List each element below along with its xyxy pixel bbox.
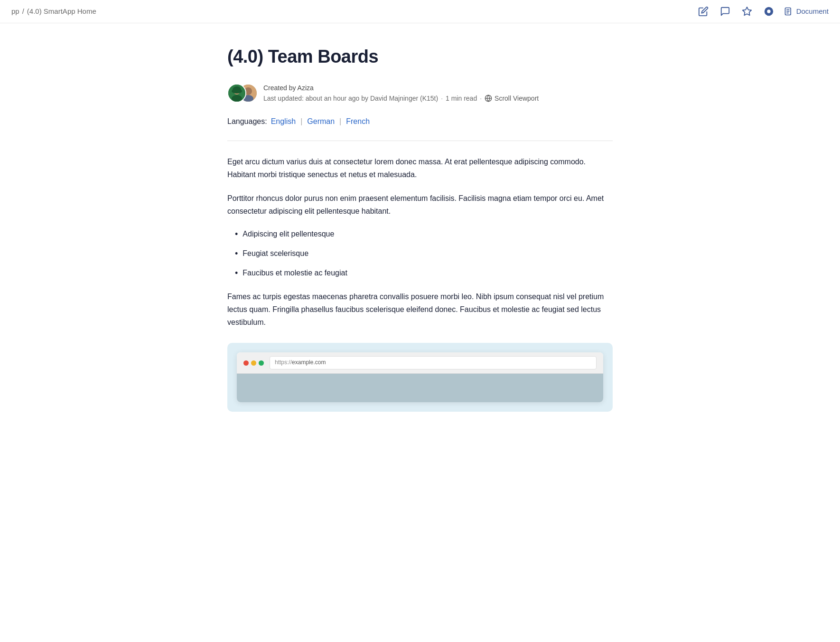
breadcrumb-home[interactable]: (4.0) SmartApp Home <box>27 6 96 17</box>
language-french[interactable]: French <box>346 115 370 128</box>
languages-section: Languages: English | German | French <box>227 115 613 128</box>
bullet-list: Adipiscing elit pellentesque Feugiat sce… <box>227 228 613 280</box>
lang-sep-1: | <box>300 115 302 128</box>
browser-preview: https://example.com <box>227 343 613 411</box>
list-item-text-3: Faucibus et molestie ac feugiat <box>243 267 347 279</box>
list-item: Adipiscing elit pellentesque <box>227 228 613 241</box>
dot-yellow <box>251 360 256 366</box>
meta-section: Created by Aziza Last updated: about an … <box>227 83 613 104</box>
dot-green <box>259 360 264 366</box>
meta-dot-2: · <box>480 93 482 104</box>
body-paragraph-3: Fames ac turpis egestas maecenas pharetr… <box>227 290 613 329</box>
toolbar-icons: Document <box>697 5 829 18</box>
scroll-viewport-label: Scroll Viewport <box>495 93 539 104</box>
breadcrumb-sep1: / <box>22 6 24 17</box>
meta-dot-1: · <box>441 93 443 104</box>
browser-window: https://example.com <box>237 352 603 402</box>
breadcrumb-app[interactable]: pp <box>11 6 19 17</box>
meta-text: Created by Aziza Last updated: about an … <box>263 83 539 104</box>
body-paragraph-2: Porttitor rhoncus dolor purus non enim p… <box>227 192 613 217</box>
lang-sep-2: | <box>339 115 341 128</box>
body-paragraph-1: Eget arcu dictum varius duis at consecte… <box>227 155 613 181</box>
language-german[interactable]: German <box>307 115 335 128</box>
section-divider <box>227 141 613 141</box>
watch-icon[interactable] <box>762 5 775 18</box>
comment-icon[interactable] <box>719 5 732 18</box>
avatar-aziza <box>227 84 246 103</box>
browser-content <box>237 374 603 402</box>
created-by: Created by Aziza <box>263 83 539 93</box>
url-domain: example.com <box>292 358 326 367</box>
document-button[interactable]: Document <box>784 6 829 17</box>
list-item: Feugiat scelerisque <box>227 247 613 260</box>
edit-icon[interactable] <box>697 5 710 18</box>
languages-label: Languages: <box>227 115 267 128</box>
url-https: https:// <box>275 358 292 367</box>
star-icon[interactable] <box>740 5 754 18</box>
page-title: (4.0) Team Boards <box>227 42 613 71</box>
updated-text: Last updated: about an hour ago by David… <box>263 93 438 104</box>
svg-point-2 <box>767 9 770 13</box>
main-content: (4.0) Team Boards <box>216 23 624 440</box>
browser-dots <box>243 360 264 366</box>
breadcrumb: pp / (4.0) SmartApp Home <box>11 6 96 17</box>
meta-updated: Last updated: about an hour ago by David… <box>263 93 539 104</box>
read-time: 1 min read <box>446 93 477 104</box>
list-item: Faucibus et molestie ac feugiat <box>227 267 613 280</box>
browser-url-bar: https://example.com <box>270 356 597 369</box>
list-item-text-2: Feugiat scelerisque <box>243 247 308 260</box>
svg-marker-0 <box>742 7 751 15</box>
dot-red <box>243 360 249 366</box>
top-bar: pp / (4.0) SmartApp Home <box>0 0 840 23</box>
avatars <box>227 83 258 104</box>
browser-chrome: https://example.com <box>237 352 603 373</box>
language-english[interactable]: English <box>271 115 296 128</box>
scroll-viewport[interactable]: Scroll Viewport <box>485 93 539 104</box>
list-item-text-1: Adipiscing elit pellentesque <box>243 228 334 240</box>
svg-point-10 <box>232 89 242 94</box>
document-label: Document <box>796 6 829 17</box>
